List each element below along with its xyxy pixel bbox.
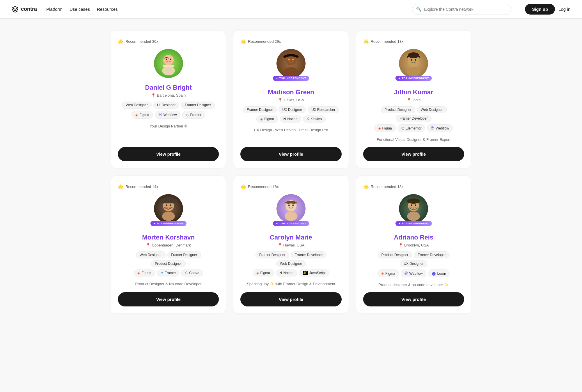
svg-point-34 (415, 205, 416, 206)
logo-icon (12, 6, 19, 13)
search-input[interactable] (412, 4, 511, 15)
tool-tag: ⓌWebflow (155, 111, 181, 119)
skill-tag: Web Designer (417, 106, 447, 113)
view-profile-button[interactable]: View profile (240, 147, 341, 161)
svg-point-3 (166, 59, 167, 60)
svg-point-33 (411, 205, 412, 206)
navigation: contra Platform Use cases Resources 🔍 Si… (0, 0, 582, 19)
svg-point-12 (292, 59, 293, 60)
svg-point-29 (292, 205, 294, 206)
skill-tag: Web Designer (136, 251, 166, 258)
skill-tag: UX Designer (400, 260, 427, 267)
profile-location: 📍 Copenhagen, Denmark (146, 243, 191, 247)
skill-tag: Web Designer (122, 102, 152, 109)
profile-location: 📍 Brooklyn, USA (398, 243, 429, 247)
signup-button[interactable]: Sign up (525, 4, 555, 15)
svg-rect-5 (163, 65, 174, 67)
location-text: Brooklyn, USA (404, 243, 429, 247)
tool-tags: ◈Figma⬡ElementorⓌWebflow (374, 124, 453, 132)
profile-bio: UX Design · Web Design · Email Design Pr… (254, 128, 328, 132)
recommended-text: Recommended 14x (125, 185, 158, 189)
view-profile-button[interactable]: View profile (240, 292, 341, 306)
top-independent-badge: TOP INDEPENDENT (273, 221, 309, 226)
profile-card-madison: 🌟 Recommended 29x TOP INDEPENDENT Madiso… (233, 30, 349, 168)
profile-name: Adriano Reis (394, 234, 433, 241)
notion-icon: N (279, 271, 282, 275)
profile-card-carolyn: 🌟 Recommended 8x TOP INDEPENDENT Carolyn… (233, 175, 349, 314)
recommended-badge: 🌟 Recommended 29x (240, 39, 281, 44)
svg-point-27 (285, 212, 297, 221)
canva-icon: C (185, 271, 188, 275)
tool-tag: ◈Figma (256, 116, 278, 123)
loom-icon: ⬤ (432, 272, 436, 276)
location-icon: 📍 (278, 243, 282, 247)
location-text: Hawaii, USA (283, 243, 305, 247)
svg-point-2 (162, 66, 175, 75)
avatar-wrapper (154, 49, 183, 78)
tool-tag: CCanva (181, 269, 203, 276)
svg-point-32 (407, 212, 420, 221)
notion-icon: N (283, 117, 286, 121)
recommended-badge: 🌟 Recommended 18x (363, 184, 404, 189)
svg-point-17 (415, 59, 416, 61)
profile-location: 📍 Dallas, USA (278, 98, 304, 102)
elementor-icon: ⬡ (401, 126, 404, 130)
profile-card-daniel: 🌟 Recommended 30x Daniel G Bright 📍 Barc… (111, 30, 226, 168)
tool-tag: ◈Figma (377, 269, 399, 277)
figma-icon: ◈ (381, 272, 384, 276)
nav-actions: Sign up Log in (525, 4, 570, 15)
top-independent-badge: TOP INDEPENDENT (150, 221, 187, 226)
svg-point-22 (166, 205, 167, 206)
view-profile-button[interactable]: View profile (363, 147, 464, 161)
profile-name: Jithin Kumar (394, 88, 433, 96)
profile-bio: Product designer & no-code developer ✨ (379, 283, 449, 287)
top-independent-badge: TOP INDEPENDENT (395, 221, 432, 226)
recommended-text: Recommended 8x (248, 185, 279, 189)
recommended-badge: 🌟 Recommended 13x (363, 39, 404, 44)
recommended-text: Recommended 18x (371, 185, 404, 189)
tool-tag: ◇Framer (157, 269, 180, 276)
tool-tag: ⓌWebflow (427, 124, 453, 132)
tool-tags: ◈FigmaNNotionKKlaviyo (256, 116, 325, 123)
figma-icon: ◈ (135, 113, 138, 117)
webflow-icon: Ⓦ (404, 271, 408, 276)
skill-tags: Web DesignerUI DesignerFramer Designer (122, 102, 215, 109)
framer-icon: ◇ (186, 113, 189, 117)
tool-tag: NNotion (276, 269, 297, 276)
skill-tags: Framer DesignerFramer DeveloperWeb Desig… (240, 251, 341, 267)
svg-point-23 (170, 205, 171, 206)
top-independent-badge: TOP INDEPENDENT (273, 76, 309, 81)
svg-rect-24 (160, 199, 177, 203)
svg-point-16 (411, 59, 412, 61)
recommended-text: Recommended 30x (125, 39, 158, 44)
tool-tag: ◈Figma (134, 269, 155, 276)
avatar-wrapper: TOP INDEPENDENT (154, 194, 183, 223)
skill-tags: Framer DesignerUX DesignerUX Researcher (243, 106, 339, 113)
star-icon: 🌟 (240, 184, 246, 189)
webflow-icon: Ⓦ (159, 112, 162, 117)
view-profile-button[interactable]: View profile (118, 147, 219, 161)
figma-icon: ◈ (137, 271, 140, 275)
tool-tag: ⓌWebflow (401, 269, 427, 277)
top-independent-badge: TOP INDEPENDENT (395, 76, 432, 81)
skill-tag: UX Researcher (308, 106, 339, 113)
avatar-wrapper: TOP INDEPENDENT (399, 49, 428, 78)
profile-card-morten: 🌟 Recommended 14x TOP INDEPENDENT Morten… (111, 175, 226, 314)
figma-icon: ◈ (256, 271, 259, 275)
skill-tag: Framer Developer (291, 251, 327, 258)
svg-point-21 (162, 212, 175, 221)
profile-card-adriano: 🌟 Recommended 18x TOP INDEPENDENT Adrian… (356, 175, 471, 314)
avatar-wrapper: TOP INDEPENDENT (399, 194, 428, 223)
nav-platform[interactable]: Platform (46, 7, 63, 12)
view-profile-button[interactable]: View profile (118, 292, 219, 306)
nav-use-cases[interactable]: Use cases (70, 7, 90, 12)
view-profile-button[interactable]: View profile (363, 292, 464, 306)
location-icon: 📍 (398, 243, 403, 247)
location-text: India (412, 98, 420, 102)
nav-resources[interactable]: Resources (97, 7, 118, 12)
location-text: Barcelona, Spain (157, 93, 186, 97)
star-icon: 🌟 (363, 184, 369, 189)
svg-point-8 (284, 67, 298, 76)
login-button[interactable]: Log in (558, 7, 570, 12)
logo[interactable]: contra (12, 6, 37, 13)
